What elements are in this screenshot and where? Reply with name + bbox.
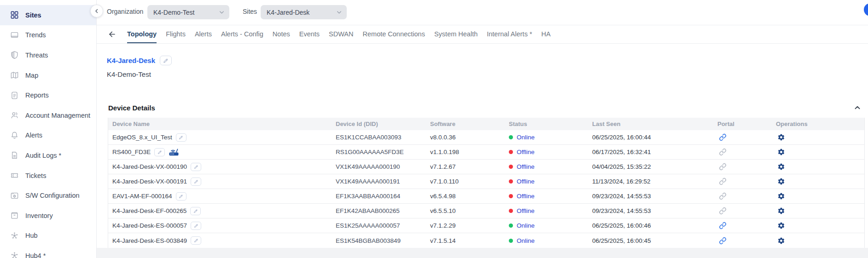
- status-dot: [509, 209, 513, 213]
- portal-link-icon[interactable]: [719, 178, 727, 185]
- tab-alerts-config[interactable]: Alerts - Config: [221, 25, 263, 43]
- last-seen: 09/23/2024, 14:55:53: [588, 193, 713, 200]
- sidebar-item-label: Map: [25, 72, 38, 79]
- tab-topology[interactable]: Topology: [127, 25, 157, 43]
- status-link[interactable]: Online: [517, 134, 535, 141]
- table-row: RS400_FD3ERS1G00AAAAAA5FD3Ev1.1.0.198Off…: [108, 145, 864, 160]
- sidebar-item-label: Tickets: [25, 172, 46, 179]
- edit-device-name-button[interactable]: [191, 178, 201, 186]
- sidebar-item-label: Account Management: [25, 112, 90, 119]
- column-header: Last Seen: [588, 120, 713, 127]
- hub-icon: [10, 251, 19, 258]
- last-seen: 11/13/2024, 16:29:52: [588, 178, 713, 185]
- sidebar-item-sw-configuration[interactable]: S/W Configuration: [0, 185, 96, 206]
- chevron-down-icon: [336, 9, 343, 16]
- pencil-icon: [193, 209, 198, 213]
- tab-bar: TopologyFlightsAlertsAlerts - ConfigNote…: [97, 25, 868, 44]
- sidebar-item-map[interactable]: Map: [0, 65, 96, 86]
- portal-cell: [713, 207, 772, 215]
- tab-ha[interactable]: HA: [542, 25, 551, 43]
- top-bar: Organization K4-Demo-Test Sites K4-Jared…: [97, 0, 868, 25]
- last-seen: 04/04/2025, 15:35:22: [588, 163, 713, 170]
- tab-alerts[interactable]: Alerts: [195, 25, 212, 43]
- tab-flights[interactable]: Flights: [166, 25, 186, 43]
- portal-link-icon[interactable]: [719, 207, 727, 215]
- user-icon: [10, 111, 19, 120]
- sidebar-item-account-management[interactable]: Account Management: [0, 105, 96, 126]
- sidebar-item-sites[interactable]: Sites: [0, 5, 96, 25]
- device-id: VX1K49AAAAA000190: [332, 163, 426, 170]
- device-name-cell: RS400_FD3E: [108, 148, 332, 156]
- portal-link-icon[interactable]: [719, 148, 727, 156]
- edit-device-name-button[interactable]: [176, 192, 186, 201]
- tab-internal-alerts[interactable]: Internal Alerts *: [487, 25, 532, 43]
- status-cell: Online: [505, 134, 588, 141]
- sidebar-item-tickets[interactable]: Tickets: [0, 166, 96, 186]
- software-version: v6.5.4.98: [426, 193, 505, 200]
- operations-gear-icon[interactable]: [777, 148, 785, 156]
- edit-device-name-button[interactable]: [190, 207, 201, 215]
- device-name: EdgeOS_8.x_UI_Test: [112, 134, 172, 141]
- status-link[interactable]: Offline: [517, 178, 535, 185]
- tab-system-health[interactable]: System Health: [434, 25, 478, 43]
- operations-gear-icon[interactable]: [777, 163, 785, 171]
- collapse-section-button[interactable]: [853, 103, 862, 112]
- tab-sdwan[interactable]: SDWAN: [329, 25, 353, 43]
- operations-gear-icon[interactable]: [777, 192, 785, 200]
- edit-site-name-button[interactable]: [160, 56, 172, 65]
- status-link[interactable]: Online: [517, 237, 535, 244]
- operations-gear-icon[interactable]: [777, 237, 785, 245]
- edit-device-name-button[interactable]: [191, 222, 201, 230]
- status-link[interactable]: Online: [517, 222, 535, 229]
- portal-link-icon[interactable]: [719, 222, 727, 229]
- sidebar-item-alerts[interactable]: Alerts: [0, 126, 96, 146]
- edit-device-name-button[interactable]: [191, 236, 201, 245]
- sites-select[interactable]: K4-Jared-Desk: [261, 5, 347, 19]
- grid-icon: [10, 11, 19, 19]
- ticket-icon: [10, 171, 19, 180]
- pencil-icon: [179, 194, 183, 199]
- edit-device-name-button[interactable]: [191, 163, 201, 171]
- hub-icon: [10, 231, 19, 240]
- operations-cell: [772, 222, 864, 229]
- software-version: v7.1.2.29: [426, 222, 505, 229]
- portal-link-icon[interactable]: [719, 163, 727, 171]
- operations-gear-icon[interactable]: [777, 222, 785, 229]
- operations-gear-icon[interactable]: [777, 178, 785, 185]
- sidebar-item-hub[interactable]: Hub: [0, 226, 96, 246]
- sidebar-item-audit-logs[interactable]: Audit Logs *: [0, 145, 96, 166]
- sidebar-item-reports[interactable]: Reports: [0, 85, 96, 105]
- tab-remote-connections[interactable]: Remote Connections: [363, 25, 425, 43]
- operations-cell: [772, 148, 864, 156]
- operations-gear-icon[interactable]: [777, 207, 785, 215]
- site-name-link[interactable]: K4-Jared-Desk: [107, 57, 155, 64]
- document-icon: [10, 151, 19, 160]
- status-cell: Offline: [505, 207, 588, 214]
- operations-gear-icon[interactable]: [777, 133, 785, 141]
- status-link[interactable]: Offline: [517, 149, 535, 155]
- status-link[interactable]: Offline: [517, 193, 535, 200]
- sidebar-item-trends[interactable]: Trends: [0, 25, 96, 46]
- organization-select[interactable]: K4-Demo-Test: [147, 5, 229, 19]
- pencil-icon: [194, 179, 198, 184]
- status-dot: [509, 165, 513, 169]
- portal-link-icon[interactable]: [719, 192, 727, 200]
- sidebar-item-threats[interactable]: Threats: [0, 45, 96, 65]
- table-row: K4-Jared-Desk-EF-000265EF1K42ABAAB000265…: [108, 204, 864, 218]
- portal-link-icon[interactable]: [719, 133, 727, 141]
- sidebar-item-inventory[interactable]: Inventory: [0, 206, 96, 226]
- portal-link-icon[interactable]: [719, 237, 727, 245]
- sidebar-collapse-button[interactable]: [90, 5, 103, 17]
- sidebar: SitesTrendsThreatsMapReportsAccount Mana…: [0, 0, 97, 258]
- status-link[interactable]: Offline: [517, 163, 535, 170]
- status-link[interactable]: Offline: [517, 207, 535, 214]
- table-row: EdgeOS_8.x_UI_TestES1K1CCABAA003093v8.0.…: [108, 130, 864, 145]
- organization-label: Organization: [107, 8, 143, 15]
- edit-device-name-button[interactable]: [154, 148, 165, 156]
- status-cell: Online: [505, 237, 588, 244]
- edit-device-name-button[interactable]: [176, 133, 186, 142]
- sidebar-item-hub4[interactable]: Hub4 *: [0, 246, 96, 258]
- tab-events[interactable]: Events: [299, 25, 320, 43]
- tab-notes[interactable]: Notes: [273, 25, 290, 43]
- back-arrow-button[interactable]: [106, 29, 118, 40]
